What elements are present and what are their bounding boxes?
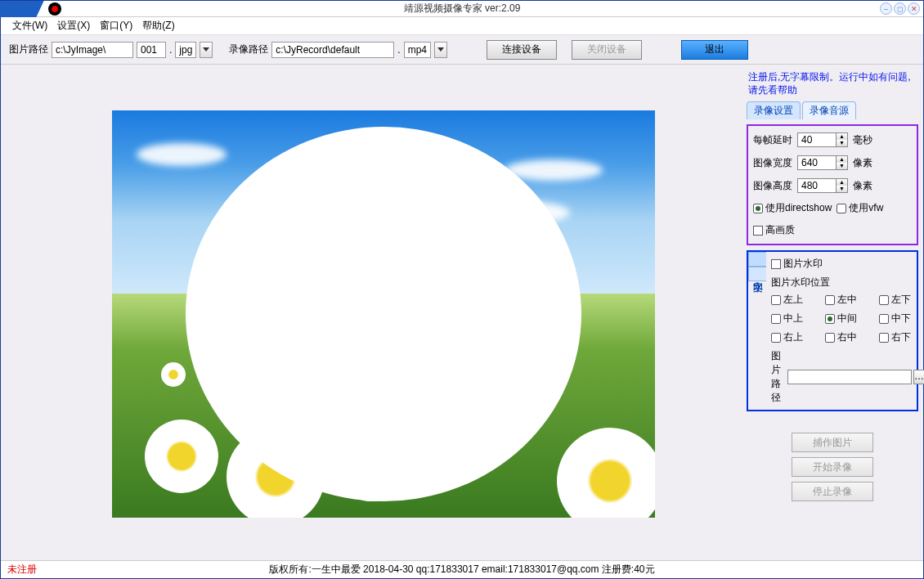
checkbox-image-watermark[interactable]: 图片水印 [771, 257, 823, 271]
watermark-path-input[interactable] [787, 370, 912, 384]
radio-vfw[interactable]: 使用vfw [837, 201, 883, 215]
menu-window[interactable]: 窗口(Y) [100, 19, 132, 33]
menubar: 文件(W) 设置(X) 窗口(Y) 帮助(Z) [1, 17, 923, 35]
tab-record-settings[interactable]: 录像设置 [747, 101, 801, 119]
preview-pane [1, 65, 747, 560]
vtab-image-watermark[interactable]: 图片水印 [748, 252, 766, 267]
image-width-input[interactable] [797, 155, 837, 170]
frame-delay-up[interactable]: ▲ [837, 133, 847, 140]
height-down[interactable]: ▼ [837, 186, 847, 192]
record-ext: mp4 [404, 42, 431, 58]
record-path-input[interactable] [271, 42, 394, 58]
watermark-position-label: 图片水印位置 [771, 276, 924, 290]
image-width-label: 图像宽度 [753, 156, 792, 170]
record-settings-panel: 每帧延时 ▲▼ 毫秒 图像宽度 ▲▼ 像素 图像高度 [747, 124, 918, 245]
image-height-input[interactable] [797, 178, 837, 193]
titlebar-decoration [1, 1, 40, 17]
start-record-button[interactable]: 开始录像 [792, 457, 873, 477]
action-buttons: 捕作图片 开始录像 停止录像 [747, 433, 918, 501]
tab-record-audio[interactable]: 录像音源 [802, 101, 856, 119]
watermark-browse-button[interactable]: … [913, 370, 924, 384]
pos-br[interactable]: 右下 [879, 330, 924, 344]
image-height-label: 图像高度 [753, 179, 792, 193]
pos-tl[interactable]: 左上 [771, 293, 817, 307]
record-ext-dropdown[interactable] [434, 42, 447, 58]
menu-file[interactable]: 文件(W) [12, 19, 47, 33]
registration-notice: 注册后,无字幕限制。运行中如有问题,请先看帮助 [747, 68, 918, 96]
image-ext: jpg [175, 42, 196, 58]
body-area: 注册后,无字幕限制。运行中如有问题,请先看帮助 录像设置 录像音源 每帧延时 ▲… [1, 65, 923, 560]
image-seq-input[interactable] [137, 42, 166, 58]
statusbar: 未注册 版权所有:一生中最爱 2018-04-30 qq:171833017 e… [1, 560, 923, 578]
app-window: 靖源视频摄像专家 ver:2.09 – ◻ ✕ 文件(W) 设置(X) 窗口(Y… [0, 0, 924, 579]
window-title: 靖源视频摄像专家 ver:2.09 [404, 2, 521, 16]
side-panel: 注册后,无字幕限制。运行中如有问题,请先看帮助 录像设置 录像音源 每帧延时 ▲… [747, 65, 923, 560]
pos-tr[interactable]: 左下 [879, 293, 924, 307]
preview-image [112, 110, 655, 518]
status-unregistered: 未注册 [7, 563, 37, 577]
app-icon [48, 2, 61, 16]
toolbar: 图片路径 . jpg 录像路径 . mp4 连接设备 关闭设备 退出 [1, 35, 923, 65]
width-down[interactable]: ▼ [837, 163, 847, 169]
image-path-label: 图片路径 [9, 43, 48, 56]
watermark-position-grid: 左上 左中 左下 中上 中间 中下 右上 右中 右下 [771, 293, 924, 344]
titlebar: 靖源视频摄像专家 ver:2.09 – ◻ ✕ [1, 1, 923, 17]
watermark-panel: 图片水印 文字水印 图片水印 图片水印位置 左上 左中 左下 中上 中间 中下 [747, 250, 918, 411]
frame-delay-down[interactable]: ▼ [837, 140, 847, 146]
pos-bl[interactable]: 右上 [771, 330, 817, 344]
pos-mr[interactable]: 中下 [879, 312, 924, 325]
mask-ellipse [186, 127, 581, 501]
exit-button[interactable]: 退出 [681, 40, 748, 60]
status-copyright: 版权所有:一生中最爱 2018-04-30 qq:171833017 email… [269, 563, 654, 577]
pos-ml[interactable]: 中上 [771, 312, 817, 325]
menu-settings[interactable]: 设置(X) [57, 19, 90, 33]
height-up[interactable]: ▲ [837, 179, 847, 186]
record-path-label: 录像路径 [229, 43, 268, 56]
pos-tc[interactable]: 左中 [825, 293, 871, 307]
radio-directshow[interactable]: 使用directshow [753, 201, 832, 215]
frame-delay-label: 每帧延时 [753, 133, 792, 147]
settings-tabs: 录像设置 录像音源 [747, 101, 918, 119]
close-button[interactable]: ✕ [908, 2, 920, 15]
vtab-text-watermark[interactable]: 文字水印 [748, 267, 766, 281]
image-path-input[interactable] [52, 42, 133, 58]
maximize-button[interactable]: ◻ [894, 2, 906, 15]
menu-help[interactable]: 帮助(Z) [142, 19, 174, 33]
image-ext-dropdown[interactable] [200, 42, 213, 58]
frame-delay-input[interactable] [797, 132, 837, 147]
close-device-button: 关闭设备 [572, 40, 642, 60]
checkbox-high-quality[interactable]: 高画质 [753, 223, 795, 237]
connect-device-button[interactable]: 连接设备 [487, 40, 557, 60]
stop-record-button[interactable]: 停止录像 [792, 482, 873, 501]
watermark-path-label: 图片路径 [771, 349, 786, 405]
pos-bc[interactable]: 右中 [825, 330, 871, 344]
minimize-button[interactable]: – [880, 2, 892, 15]
width-up[interactable]: ▲ [837, 156, 847, 163]
capture-image-button[interactable]: 捕作图片 [792, 433, 873, 452]
pos-mc[interactable]: 中间 [825, 312, 871, 325]
